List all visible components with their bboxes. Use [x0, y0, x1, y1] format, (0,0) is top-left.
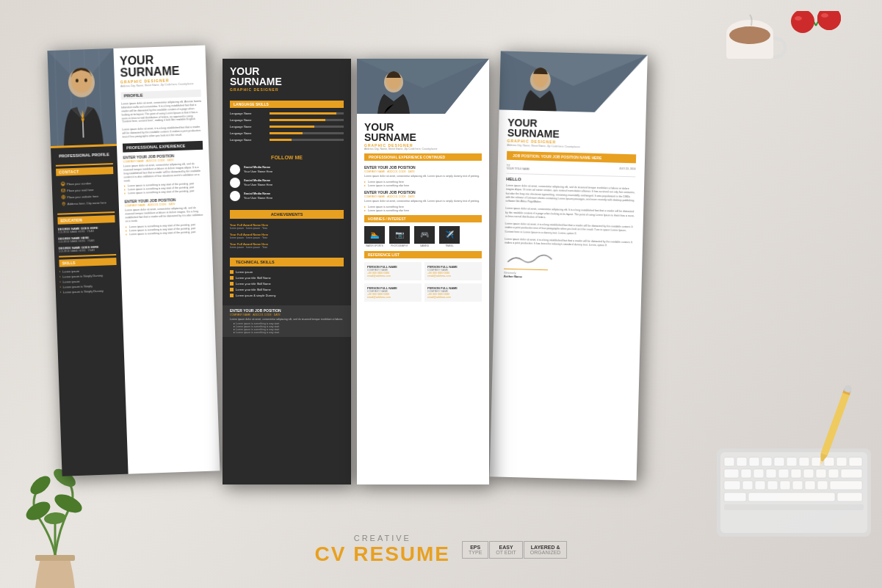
cover-para-4: Lorem ipsum dolor sit amet, it is a long… — [496, 237, 643, 249]
ref-1: PERSON FULL NAME COMPANY NAME +00 000 00… — [364, 262, 422, 280]
resume-page-4: YOURSURNAME GRAPHIC DESIGNER Address Cit… — [490, 51, 648, 480]
social-1-icon — [230, 164, 240, 175]
p2-b4: ▸ Lorem ipsum is something is way start — [230, 331, 344, 334]
education-label: EDUCATION — [57, 215, 115, 225]
job1-desc: Lorem ipsum dolor sit amet, consectetur … — [123, 162, 204, 183]
person-svg — [47, 48, 116, 146]
divider-1 — [56, 163, 113, 167]
contact-area: ☎ Place your number Place your mail here… — [57, 177, 115, 211]
p3-b4: Lorem ipsum is something else here — [364, 209, 482, 212]
p3-job2-company: COMPANY NAME · ADDCO1 CODE · DATE — [364, 195, 482, 198]
page1-main: YOURSURNAME GRAPHIC DESIGNER Address Cit… — [113, 46, 220, 474]
tech-2: Lorem your title Skill Name — [230, 276, 344, 280]
lang-4-bar — [270, 132, 344, 134]
email-icon — [61, 189, 65, 193]
tech-5-bullet — [230, 294, 234, 297]
svg-rect-35 — [828, 469, 839, 478]
svg-rect-49 — [724, 504, 864, 510]
page4-name-area: YOURSURNAME GRAPHIC DESIGNER Address Cit… — [498, 109, 646, 154]
p3-job1-desc: Lorem ipsum dolor sit amet, consectetur … — [364, 175, 482, 178]
tech-skills-title: TECHNICAL SKILLS — [230, 258, 344, 266]
badge-easy-bottom: OT EDIT — [496, 550, 516, 555]
hobby-4: ✈️ TRAVEL — [439, 226, 460, 247]
ach-1-sub: lorem ipsum · lorem ipsum · Year — [230, 227, 344, 230]
skill-5: Lorem ipsum is Simply Dummy — [60, 288, 118, 294]
skills-list: Lorem ipsum Lorem ipsum is Simply Dummy … — [59, 268, 118, 294]
svg-point-12 — [27, 473, 54, 498]
lang-2: Language Name — [230, 118, 344, 122]
globe-icon — [61, 195, 65, 200]
degree-2: DEGREE NAME HERE COURSE NAME HERE · YEAR — [58, 235, 115, 244]
lang-3: Language Name — [230, 125, 344, 128]
resume-page-3: YOURSURNAME GRAPHIC DESIGNER Address Cit… — [357, 59, 489, 484]
svg-rect-16 — [724, 457, 734, 466]
badge-layered-top: LAYERED & — [530, 545, 561, 550]
ref-4-email: email@address.com — [427, 296, 479, 299]
cv-resume-title-block: CREATIVE CV RESUME — [315, 534, 450, 566]
svg-rect-27 — [724, 469, 739, 478]
meta-title: YOUR TITLE NAME — [507, 167, 530, 171]
page3-photo-overlay — [445, 59, 489, 114]
tech-2-text: Lorem your title Skill Name — [236, 276, 271, 280]
hobby-1: 🏊 WATER SPORTS — [364, 226, 385, 247]
svg-rect-25 — [836, 457, 847, 466]
lang-title: LANGUAGE SKILLS — [230, 101, 344, 108]
svg-rect-41 — [780, 481, 790, 490]
svg-point-6 — [821, 13, 828, 18]
page4-photo — [499, 51, 648, 113]
svg-rect-26 — [849, 457, 862, 466]
address-text: Address here, City name here — [68, 200, 106, 206]
reference-grid: PERSON FULL NAME COMPANY NAME +00 000 00… — [357, 262, 489, 302]
tech-skills-section: TECHNICAL SKILLS Lorem ipsum Lorem your … — [223, 255, 351, 302]
ach-2-sub: lorem ipsum · lorem ipsum · Year — [230, 236, 344, 239]
tech-3-bullet — [230, 282, 234, 286]
svg-rect-21 — [787, 457, 797, 466]
resume-page-1: PROFESSIONAL PROFILE CONTACT ☎ Place you… — [47, 46, 220, 476]
page4-wrapper: YOURSURNAME GRAPHIC DESIGNER Address Cit… — [490, 51, 648, 480]
svg-rect-33 — [803, 469, 814, 478]
page3-address: Address City, Name, Street Name, Zip Cod… — [364, 148, 482, 150]
swim-icon: 🏊 — [370, 231, 379, 239]
pages-container: PROFESSIONAL PROFILE CONTACT ☎ Place you… — [59, 59, 642, 484]
page2-wrapper: YOURSURNAME GRAPHIC DESIGNER LANGUAGE SK… — [223, 59, 351, 484]
lang-1-name: Language Name — [230, 112, 267, 115]
follow-title: FOLLOW ME — [230, 155, 344, 160]
ach-3-sub: lorem ipsum · lorem ipsum · Year — [230, 246, 344, 249]
game-icon: 🎮 — [420, 231, 429, 239]
page2-job-desc: Lorem ipsum dolor sit amet, consectetur … — [230, 318, 344, 321]
badge-eps-top: EPS — [469, 545, 482, 550]
social-3-text: Social Media Name Your User Name Here — [244, 192, 272, 200]
social-1-sub: Your User Name Here — [244, 170, 272, 174]
svg-rect-44 — [817, 481, 828, 490]
follow-section: FOLLOW ME Social Media Name Your User Na… — [223, 149, 351, 207]
svg-rect-39 — [755, 481, 765, 490]
tech-3: Lorem your title Skill Name — [230, 282, 344, 286]
ach-3: Your Full Award Name Here lorem ipsum · … — [230, 242, 344, 249]
ref-4: PERSON FULL NAME COMPANY NAME +00 000 00… — [424, 283, 482, 302]
svg-rect-43 — [805, 481, 815, 490]
meta-left: T.T. YOUR TITLE NAME — [507, 164, 530, 171]
lang-2-bar — [270, 119, 344, 121]
address-item: Address here, City name here — [62, 200, 110, 206]
svg-rect-22 — [799, 457, 809, 466]
page4-meta: T.T. YOUR TITLE NAME JULY 23, 2016 — [498, 164, 645, 173]
lang-3-name: Language Name — [230, 125, 267, 128]
svg-rect-32 — [791, 469, 801, 478]
ref-3: PERSON FULL NAME COMPANY NAME +00 000 00… — [364, 283, 422, 302]
exp-title: PROFESSIONAL EXPERIENCE — [123, 141, 203, 153]
svg-rect-8 — [35, 555, 75, 561]
badge-layered-bottom: ORGANIZED — [530, 550, 561, 555]
p3-b1: Lorem ipsum is something here — [364, 181, 482, 184]
phone-item: ☎ Place your number — [61, 180, 109, 186]
profile-text: Lorem ipsum dolor sit amet, consectetur … — [121, 100, 202, 124]
signature-svg — [504, 251, 555, 267]
achievements-title: ACHIEVEMENTS — [230, 210, 344, 219]
profile-photo — [47, 48, 116, 146]
travel-icon: ✈️ — [445, 231, 454, 239]
sig-underline — [504, 269, 548, 271]
email-item: Place your mail here — [61, 186, 109, 192]
job2-section: ENTER YOUR JOB POSITION COMPANY NAME · A… — [125, 197, 206, 236]
badge-eps: EPS TYPE — [462, 541, 488, 559]
cover-para-3: Lorem ipsum dolor sit amet, it is a long… — [496, 222, 643, 237]
ref-1-email: email@address.com — [367, 275, 419, 277]
